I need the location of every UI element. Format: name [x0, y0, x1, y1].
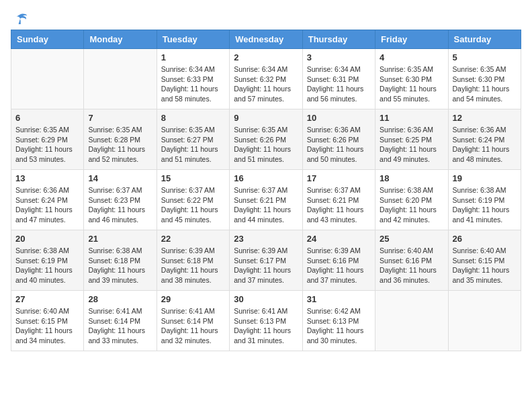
- day-number: 23: [234, 234, 298, 244]
- day-info: Sunrise: 6:36 AMSunset: 6:26 PMDaylight:…: [307, 125, 371, 165]
- day-info: Sunrise: 6:34 AMSunset: 6:32 PMDaylight:…: [234, 64, 298, 104]
- day-info: Sunrise: 6:36 AMSunset: 6:24 PMDaylight:…: [453, 125, 517, 165]
- calendar-cell: [448, 291, 521, 351]
- day-number: 6: [15, 113, 79, 123]
- day-info: Sunrise: 6:41 AMSunset: 6:14 PMDaylight:…: [161, 306, 225, 346]
- day-info: Sunrise: 6:35 AMSunset: 6:30 PMDaylight:…: [380, 64, 443, 104]
- calendar-cell: 3Sunrise: 6:34 AMSunset: 6:31 PMDaylight…: [302, 49, 375, 109]
- day-number: 4: [380, 52, 443, 62]
- calendar-cell: 1Sunrise: 6:34 AMSunset: 6:33 PMDaylight…: [157, 49, 229, 109]
- day-info: Sunrise: 6:35 AMSunset: 6:29 PMDaylight:…: [15, 125, 79, 165]
- day-info: Sunrise: 6:38 AMSunset: 6:20 PMDaylight:…: [380, 185, 443, 225]
- calendar-cell: 16Sunrise: 6:37 AMSunset: 6:21 PMDayligh…: [230, 170, 302, 230]
- calendar-cell: 31Sunrise: 6:42 AMSunset: 6:13 PMDayligh…: [302, 291, 375, 351]
- calendar-cell: 14Sunrise: 6:37 AMSunset: 6:23 PMDayligh…: [84, 170, 157, 230]
- logo: [11, 11, 28, 24]
- day-number: 2: [234, 52, 298, 62]
- calendar-cell: 13Sunrise: 6:36 AMSunset: 6:24 PMDayligh…: [11, 170, 84, 230]
- calendar-cell: 25Sunrise: 6:40 AMSunset: 6:16 PMDayligh…: [375, 230, 448, 291]
- day-info: Sunrise: 6:39 AMSunset: 6:17 PMDaylight:…: [234, 246, 298, 285]
- day-number: 16: [234, 173, 298, 183]
- day-number: 24: [307, 234, 371, 244]
- calendar-cell: [11, 49, 84, 109]
- day-info: Sunrise: 6:42 AMSunset: 6:13 PMDaylight:…: [307, 306, 371, 346]
- calendar-table: SundayMondayTuesdayWednesdayThursdayFrid…: [11, 30, 521, 351]
- day-info: Sunrise: 6:36 AMSunset: 6:25 PMDaylight:…: [380, 125, 443, 165]
- day-info: Sunrise: 6:38 AMSunset: 6:19 PMDaylight:…: [453, 185, 517, 225]
- day-info: Sunrise: 6:40 AMSunset: 6:15 PMDaylight:…: [15, 306, 79, 346]
- day-number: 19: [453, 173, 517, 183]
- calendar-cell: 27Sunrise: 6:40 AMSunset: 6:15 PMDayligh…: [11, 291, 84, 351]
- calendar-week-row: 27Sunrise: 6:40 AMSunset: 6:15 PMDayligh…: [11, 291, 521, 351]
- day-number: 30: [234, 294, 298, 304]
- day-number: 7: [88, 113, 152, 123]
- day-number: 25: [380, 234, 443, 244]
- column-header-sunday: Sunday: [11, 30, 84, 49]
- day-number: 28: [88, 294, 152, 304]
- day-number: 20: [15, 234, 79, 244]
- calendar-cell: 21Sunrise: 6:38 AMSunset: 6:18 PMDayligh…: [84, 230, 157, 291]
- calendar-cell: 22Sunrise: 6:39 AMSunset: 6:18 PMDayligh…: [157, 230, 229, 291]
- day-info: Sunrise: 6:34 AMSunset: 6:33 PMDaylight:…: [161, 64, 225, 104]
- calendar-cell: 20Sunrise: 6:38 AMSunset: 6:19 PMDayligh…: [11, 230, 84, 291]
- calendar-week-row: 13Sunrise: 6:36 AMSunset: 6:24 PMDayligh…: [11, 170, 521, 230]
- calendar-week-row: 1Sunrise: 6:34 AMSunset: 6:33 PMDaylight…: [11, 49, 521, 109]
- day-info: Sunrise: 6:36 AMSunset: 6:24 PMDaylight:…: [15, 185, 79, 225]
- day-number: 10: [307, 113, 371, 123]
- calendar-cell: 2Sunrise: 6:34 AMSunset: 6:32 PMDaylight…: [230, 49, 302, 109]
- calendar-cell: 17Sunrise: 6:37 AMSunset: 6:21 PMDayligh…: [302, 170, 375, 230]
- day-number: 3: [307, 52, 371, 62]
- day-info: Sunrise: 6:34 AMSunset: 6:31 PMDaylight:…: [307, 64, 371, 104]
- calendar-cell: 30Sunrise: 6:41 AMSunset: 6:13 PMDayligh…: [230, 291, 302, 351]
- calendar-week-row: 6Sunrise: 6:35 AMSunset: 6:29 PMDaylight…: [11, 109, 521, 170]
- day-info: Sunrise: 6:40 AMSunset: 6:15 PMDaylight:…: [453, 246, 517, 285]
- calendar-cell: 9Sunrise: 6:35 AMSunset: 6:26 PMDaylight…: [230, 109, 302, 170]
- day-info: Sunrise: 6:37 AMSunset: 6:21 PMDaylight:…: [307, 185, 371, 225]
- day-number: 11: [380, 113, 443, 123]
- column-header-tuesday: Tuesday: [157, 30, 229, 49]
- day-info: Sunrise: 6:37 AMSunset: 6:23 PMDaylight:…: [88, 185, 152, 225]
- logo-bird-icon: [12, 11, 28, 27]
- calendar-cell: 11Sunrise: 6:36 AMSunset: 6:25 PMDayligh…: [375, 109, 448, 170]
- day-info: Sunrise: 6:37 AMSunset: 6:22 PMDaylight:…: [161, 185, 225, 225]
- day-number: 9: [234, 113, 298, 123]
- calendar-cell: 23Sunrise: 6:39 AMSunset: 6:17 PMDayligh…: [230, 230, 302, 291]
- calendar-cell: 12Sunrise: 6:36 AMSunset: 6:24 PMDayligh…: [448, 109, 521, 170]
- day-number: 27: [15, 294, 79, 304]
- calendar-cell: 28Sunrise: 6:41 AMSunset: 6:14 PMDayligh…: [84, 291, 157, 351]
- day-info: Sunrise: 6:38 AMSunset: 6:19 PMDaylight:…: [15, 246, 79, 285]
- day-number: 12: [453, 113, 517, 123]
- column-header-friday: Friday: [375, 30, 448, 49]
- calendar-cell: 19Sunrise: 6:38 AMSunset: 6:19 PMDayligh…: [448, 170, 521, 230]
- day-info: Sunrise: 6:38 AMSunset: 6:18 PMDaylight:…: [88, 246, 152, 285]
- day-number: 21: [88, 234, 152, 244]
- day-info: Sunrise: 6:35 AMSunset: 6:27 PMDaylight:…: [161, 125, 225, 165]
- calendar-cell: 5Sunrise: 6:35 AMSunset: 6:30 PMDaylight…: [448, 49, 521, 109]
- calendar-cell: [375, 291, 448, 351]
- column-header-thursday: Thursday: [302, 30, 375, 49]
- calendar-week-row: 20Sunrise: 6:38 AMSunset: 6:19 PMDayligh…: [11, 230, 521, 291]
- day-info: Sunrise: 6:41 AMSunset: 6:14 PMDaylight:…: [88, 306, 152, 346]
- day-info: Sunrise: 6:39 AMSunset: 6:18 PMDaylight:…: [161, 246, 225, 285]
- day-info: Sunrise: 6:39 AMSunset: 6:16 PMDaylight:…: [307, 246, 371, 285]
- day-number: 13: [15, 173, 79, 183]
- calendar-cell: 10Sunrise: 6:36 AMSunset: 6:26 PMDayligh…: [302, 109, 375, 170]
- calendar-cell: 18Sunrise: 6:38 AMSunset: 6:20 PMDayligh…: [375, 170, 448, 230]
- day-number: 17: [307, 173, 371, 183]
- calendar-cell: 7Sunrise: 6:35 AMSunset: 6:28 PMDaylight…: [84, 109, 157, 170]
- calendar-cell: 24Sunrise: 6:39 AMSunset: 6:16 PMDayligh…: [302, 230, 375, 291]
- day-number: 31: [307, 294, 371, 304]
- column-header-wednesday: Wednesday: [230, 30, 302, 49]
- calendar-cell: 8Sunrise: 6:35 AMSunset: 6:27 PMDaylight…: [157, 109, 229, 170]
- day-info: Sunrise: 6:41 AMSunset: 6:13 PMDaylight:…: [234, 306, 298, 346]
- page-header: [11, 11, 521, 24]
- calendar-cell: 15Sunrise: 6:37 AMSunset: 6:22 PMDayligh…: [157, 170, 229, 230]
- calendar-cell: 6Sunrise: 6:35 AMSunset: 6:29 PMDaylight…: [11, 109, 84, 170]
- calendar-cell: 29Sunrise: 6:41 AMSunset: 6:14 PMDayligh…: [157, 291, 229, 351]
- calendar-cell: [84, 49, 157, 109]
- calendar-header-row: SundayMondayTuesdayWednesdayThursdayFrid…: [11, 30, 521, 49]
- day-info: Sunrise: 6:35 AMSunset: 6:26 PMDaylight:…: [234, 125, 298, 165]
- day-number: 5: [453, 52, 517, 62]
- day-number: 26: [453, 234, 517, 244]
- calendar-cell: 4Sunrise: 6:35 AMSunset: 6:30 PMDaylight…: [375, 49, 448, 109]
